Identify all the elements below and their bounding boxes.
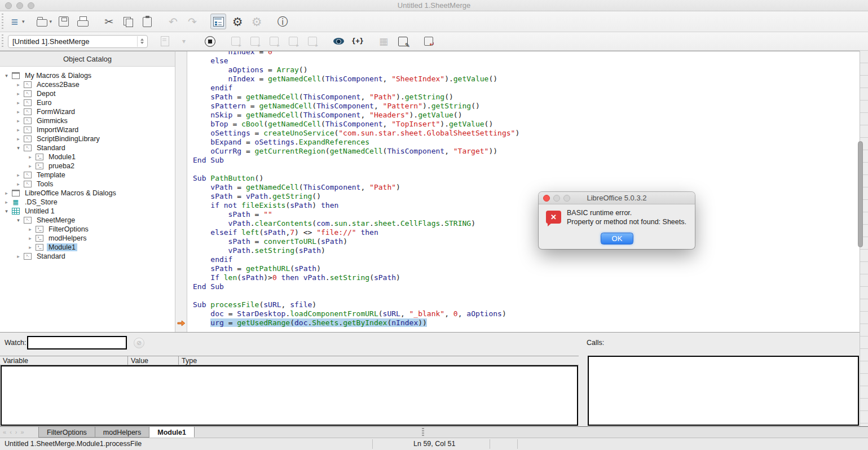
tree-item-tools[interactable]: ▸Tools: [0, 180, 175, 189]
code-line[interactable]: If len(sPath)>0 then vPath.setString(sPa…: [187, 273, 860, 282]
calls-list[interactable]: [588, 356, 859, 426]
tree-item-libreoffice-macros-dialogs[interactable]: ▸LibreOffice Macros & Dialogs: [0, 189, 175, 198]
copy-button[interactable]: [120, 14, 136, 29]
panel-splitter-handle[interactable]: [422, 428, 424, 436]
expand-icon[interactable]: ▸: [27, 226, 34, 232]
toolbar-drag-handle[interactable]: [2, 34, 3, 48]
expand-icon[interactable]: ▸: [27, 235, 34, 241]
collapse-icon[interactable]: ▾: [3, 73, 10, 78]
expand-icon[interactable]: ▸: [15, 91, 22, 97]
library-select-button[interactable]: ▾: [8, 14, 25, 29]
module-tab-modhelpers[interactable]: modHelpers: [95, 427, 149, 438]
code-line[interactable]: sPath = vPath.getString(): [187, 192, 860, 201]
code-line[interactable]: [187, 165, 860, 174]
code-line[interactable]: [187, 291, 860, 300]
watch-input[interactable]: [27, 336, 127, 349]
expand-icon[interactable]: ▸: [15, 82, 22, 88]
code-line[interactable]: endif: [187, 255, 860, 264]
manage-breakpoints-button[interactable]: [350, 34, 365, 49]
library-selector-stepper[interactable]: [137, 36, 147, 47]
dropdown-caret-icon[interactable]: ▾: [50, 19, 52, 24]
code-line[interactable]: if not fileExists(sPath) then: [187, 201, 860, 210]
dropdown-caret-icon[interactable]: ▾: [22, 19, 25, 24]
cut-button[interactable]: [101, 14, 117, 29]
status-cursor-position[interactable]: Ln 59, Col 51: [413, 440, 455, 448]
tree-item-untitled-1[interactable]: ▾Untitled 1: [0, 207, 175, 216]
tree-item-module1[interactable]: ▸Module1: [0, 152, 175, 161]
expand-icon[interactable]: ▸: [3, 199, 10, 205]
code-line[interactable]: oCurrRg = getCurrentRegion(getNamedCell(…: [187, 147, 860, 156]
code-line[interactable]: endif: [187, 84, 860, 93]
goto-line-button[interactable]: [421, 34, 437, 49]
tree-item-modhelpers[interactable]: ▸modHelpers: [0, 234, 175, 243]
expand-icon[interactable]: ▸: [15, 254, 22, 259]
code-line[interactable]: Sub PathButton(): [187, 174, 860, 183]
stop-button[interactable]: [202, 34, 218, 49]
code-line[interactable]: sPath = getNamedCell(ThisComponent, "Pat…: [187, 93, 860, 102]
tree-item-scriptbindinglibrary[interactable]: ▸ScriptBindingLibrary: [0, 134, 175, 143]
code-line[interactable]: sPattern = getNamedCell(ThisComponent, "…: [187, 102, 860, 111]
dialog-close-button[interactable]: [543, 195, 550, 202]
code-line[interactable]: bTop = cBool(getNamedCell(ThisComponent,…: [187, 120, 860, 129]
expand-icon[interactable]: ▸: [15, 118, 22, 124]
breakpoint-gutter[interactable]: [175, 51, 187, 332]
tree-item-sheetmerge[interactable]: ▾SheetMerge: [0, 216, 175, 225]
expand-icon[interactable]: ▸: [15, 172, 22, 178]
expand-icon[interactable]: ▸: [15, 136, 22, 142]
info-button[interactable]: [275, 14, 290, 29]
collapse-icon[interactable]: ▾: [15, 145, 22, 151]
tree-item-prueba2[interactable]: ▸prueba2: [0, 161, 175, 171]
tree-item-access2base[interactable]: ▸Access2Base: [0, 80, 175, 89]
library-selector[interactable]: [Untitled 1].SheetMerge: [8, 35, 148, 48]
toolbar-drag-handle[interactable]: [2, 14, 3, 29]
code-line[interactable]: sPath = convertToURL(sPath): [187, 237, 860, 246]
collapse-icon[interactable]: ▾: [3, 208, 10, 214]
tree-item-my-macros-dialogs[interactable]: ▾My Macros & Dialogs: [0, 71, 175, 80]
column-header-type[interactable]: Type: [178, 356, 579, 365]
code-line[interactable]: aOptions = Array(): [187, 65, 860, 75]
macros-button[interactable]: [230, 14, 245, 29]
expand-icon[interactable]: ▸: [15, 127, 22, 133]
code-line[interactable]: End Sub: [187, 156, 860, 165]
module-tab-module1[interactable]: Module1: [149, 427, 195, 438]
code-line[interactable]: Sub processFile(sURL, sfile): [187, 300, 860, 309]
code-editor[interactable]: nIndex = 0 else aOptions = Array() nInde…: [175, 51, 860, 332]
module-tab-filteroptions[interactable]: FilterOptions: [38, 427, 95, 438]
code-line[interactable]: vPath.clearContents(com.sun.star.sheet.C…: [187, 219, 860, 228]
code-line[interactable]: vPath = getNamedCell(ThisComponent, "Pat…: [187, 183, 860, 192]
code-line[interactable]: sPath = "": [187, 210, 860, 219]
code-line[interactable]: sPath = getPathURL(sPath): [187, 264, 860, 273]
code-line[interactable]: elseif left(sPath,7) <> "file://" then: [187, 228, 860, 237]
paste-button[interactable]: [139, 14, 155, 29]
tree-item-depot[interactable]: ▸Depot: [0, 89, 175, 98]
tree-item-standard[interactable]: ▾Standard: [0, 143, 175, 152]
enable-watch-button[interactable]: [331, 34, 346, 49]
print-button[interactable]: [75, 14, 91, 29]
tree-item-importwizard[interactable]: ▸ImportWizard: [0, 125, 175, 134]
ok-button[interactable]: OK: [601, 233, 633, 244]
tree-item--ds-store[interactable]: ▸.DS_Store: [0, 198, 175, 207]
expand-icon[interactable]: ▸: [15, 181, 22, 187]
column-header-variable[interactable]: Variable: [0, 356, 127, 365]
code-line[interactable]: doc = StarDesktop.loadComponentFromURL(s…: [187, 309, 860, 318]
tree-item-module1[interactable]: ▸Module1: [0, 243, 175, 252]
open-button[interactable]: ▾: [36, 14, 53, 29]
expand-icon[interactable]: ▸: [27, 244, 34, 250]
expand-icon[interactable]: ▸: [3, 190, 10, 196]
expand-icon[interactable]: ▸: [15, 109, 22, 115]
tree-item-standard[interactable]: ▸Standard: [0, 252, 175, 261]
code-line-current[interactable]: urg = getUsedRange(doc.Sheets.getByIndex…: [187, 318, 860, 327]
dialog-editor-button[interactable]: [210, 14, 226, 29]
object-catalog-tree[interactable]: ▾My Macros & Dialogs▸Access2Base▸Depot▸E…: [0, 71, 175, 332]
watch-list[interactable]: [1, 365, 578, 426]
save-source-button[interactable]: [395, 34, 411, 49]
code-line[interactable]: oSettings = createUnoService("com.sun.st…: [187, 129, 860, 138]
expand-icon[interactable]: ▸: [27, 154, 34, 160]
tree-item-euro[interactable]: ▸Euro: [0, 98, 175, 107]
code-line[interactable]: vPath.setString(sPath): [187, 246, 860, 255]
tree-item-formwizard[interactable]: ▸FormWizard: [0, 107, 175, 116]
code-line[interactable]: nIndex = getNamedCell(ThisComponent, "Sh…: [187, 75, 860, 84]
column-header-value[interactable]: Value: [127, 356, 178, 365]
tree-item-gimmicks[interactable]: ▸Gimmicks: [0, 116, 175, 125]
editor-vertical-scrollbar[interactable]: [858, 141, 863, 247]
